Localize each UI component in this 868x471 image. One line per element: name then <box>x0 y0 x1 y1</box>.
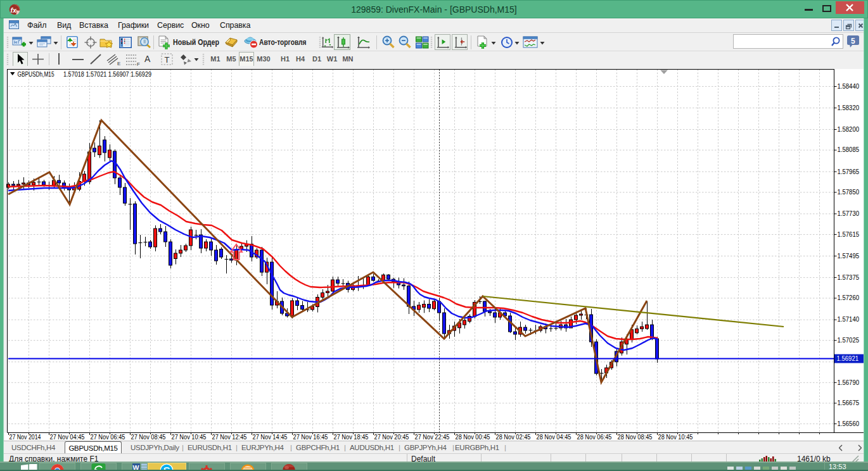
svg-text:1.56921: 1.56921 <box>837 355 859 362</box>
svg-text:T: T <box>165 55 170 65</box>
svg-text:27 Nov 08:45: 27 Nov 08:45 <box>131 433 166 441</box>
svg-text:27 Nov 04:45: 27 Nov 04:45 <box>50 433 85 441</box>
svg-text:1.58200: 1.58200 <box>838 125 860 133</box>
svg-text:1.57140: 1.57140 <box>838 315 860 323</box>
svg-text:1.57495: 1.57495 <box>838 252 860 260</box>
svg-text:1.57615: 1.57615 <box>838 230 860 238</box>
svg-text:27 Nov 2014: 27 Nov 2014 <box>10 433 41 441</box>
svg-text:E: E <box>117 61 120 66</box>
svg-text:1.58440: 1.58440 <box>838 82 860 90</box>
svg-text:1.57965: 1.57965 <box>838 168 860 175</box>
svg-text:1.57260: 1.57260 <box>838 294 860 301</box>
svg-text:1.56675: 1.56675 <box>838 399 860 406</box>
svg-text:1.57850: 1.57850 <box>838 188 860 196</box>
svg-text:28 Nov 04:45: 28 Nov 04:45 <box>537 433 571 441</box>
svg-text:F: F <box>137 61 140 66</box>
svg-text:5: 5 <box>851 37 855 46</box>
svg-text:27 Nov 10:45: 27 Nov 10:45 <box>172 433 207 441</box>
svg-text:28 Nov 02:45: 28 Nov 02:45 <box>496 433 531 441</box>
svg-text:28 Nov 06:45: 28 Nov 06:45 <box>577 433 612 441</box>
svg-text:27 Nov 18:45: 27 Nov 18:45 <box>334 433 369 441</box>
svg-text:28 Nov 08:45: 28 Nov 08:45 <box>618 433 653 441</box>
svg-text:27 Nov 14:45: 27 Nov 14:45 <box>253 433 288 441</box>
svg-text:27 Nov 12:45: 27 Nov 12:45 <box>212 433 247 441</box>
svg-text:27 Nov 22:45: 27 Nov 22:45 <box>415 433 450 441</box>
svg-text:27 Nov 16:45: 27 Nov 16:45 <box>293 433 328 441</box>
svg-text:1.57025: 1.57025 <box>838 336 860 344</box>
svg-text:1.58320: 1.58320 <box>838 104 860 111</box>
svg-text:27 Nov 06:45: 27 Nov 06:45 <box>91 433 125 441</box>
svg-text:27 Nov 20:45: 27 Nov 20:45 <box>374 433 409 441</box>
svg-text:1.57018 1.57021 1.56907 1.5692: 1.57018 1.57021 1.56907 1.56929 <box>63 70 151 78</box>
svg-text:1.56560: 1.56560 <box>838 420 860 427</box>
svg-text:1.57375: 1.57375 <box>838 273 860 281</box>
svg-text:1.58085: 1.58085 <box>838 146 860 153</box>
svg-text:28 Nov 10:45: 28 Nov 10:45 <box>658 433 693 441</box>
svg-text:1.56790: 1.56790 <box>838 379 860 386</box>
svg-text:GBPUSDh,M15: GBPUSDh,M15 <box>18 70 54 78</box>
svg-text:1.57730: 1.57730 <box>838 210 860 217</box>
svg-text:28 Nov 00:45: 28 Nov 00:45 <box>456 433 490 441</box>
